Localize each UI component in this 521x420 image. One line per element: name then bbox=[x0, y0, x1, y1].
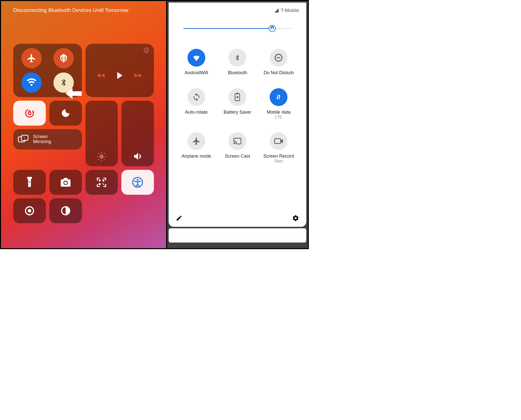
volume-icon bbox=[132, 151, 143, 162]
svg-rect-21 bbox=[103, 179, 104, 181]
cellular-toggle[interactable] bbox=[53, 48, 74, 68]
moon-icon bbox=[61, 108, 71, 118]
carrier-label: T-Mobile bbox=[281, 8, 299, 13]
svg-point-31 bbox=[271, 27, 273, 29]
wifi-toggle[interactable] bbox=[21, 72, 42, 93]
qs-mobile-data[interactable]: Mobile data LTE bbox=[258, 88, 299, 119]
rewind-button[interactable] bbox=[96, 72, 105, 79]
qr-icon bbox=[96, 177, 107, 188]
svg-line-16 bbox=[104, 153, 105, 154]
brightness-thumb-icon bbox=[269, 25, 276, 32]
cellular-icon bbox=[59, 53, 69, 63]
screen-mirroring-icon bbox=[18, 135, 29, 144]
pencil-icon bbox=[176, 215, 182, 221]
ios-toast: Disconnecting Bluetooth Devices Until To… bbox=[13, 7, 154, 13]
svg-rect-22 bbox=[99, 183, 100, 185]
qr-scanner-button[interactable] bbox=[85, 170, 118, 195]
svg-point-19 bbox=[64, 181, 67, 184]
rotate-icon bbox=[192, 93, 201, 101]
play-button[interactable] bbox=[116, 71, 123, 80]
svg-line-13 bbox=[98, 153, 99, 154]
camera-icon bbox=[60, 177, 71, 187]
qs-bluetooth[interactable]: Bluetooth bbox=[217, 49, 258, 76]
svg-point-37 bbox=[234, 143, 235, 144]
gear-icon bbox=[292, 215, 299, 222]
brightness-slider[interactable] bbox=[85, 101, 118, 166]
airplay-icon[interactable] bbox=[143, 47, 150, 54]
svg-rect-38 bbox=[275, 139, 281, 143]
do-not-disturb-toggle[interactable] bbox=[49, 101, 82, 126]
svg-rect-24 bbox=[104, 184, 105, 185]
wifi-icon bbox=[192, 53, 201, 63]
accessibility-button[interactable] bbox=[121, 170, 154, 195]
volume-slider[interactable] bbox=[121, 101, 154, 166]
data-icon bbox=[274, 93, 283, 101]
android-nav-bar bbox=[169, 228, 306, 243]
svg-rect-20 bbox=[99, 179, 100, 181]
screen-mirroring-button[interactable]: ScreenMirroring bbox=[13, 129, 82, 149]
media-controls-tile bbox=[85, 44, 154, 97]
flashlight-icon bbox=[26, 176, 33, 188]
status-bar: T-Mobile bbox=[176, 8, 299, 13]
svg-point-8 bbox=[99, 155, 104, 159]
screen-mirroring-label: ScreenMirroring bbox=[33, 134, 51, 144]
ios-control-center: Disconnecting Bluetooth Devices Until To… bbox=[0, 0, 167, 249]
accessibility-icon bbox=[132, 176, 143, 188]
svg-rect-7 bbox=[21, 135, 28, 140]
qs-screen-cast[interactable]: Screen Cast bbox=[217, 132, 258, 163]
qs-airplane[interactable]: Airplane mode bbox=[176, 132, 217, 163]
android-quick-settings: T-Mobile AndroidWifi Bluetooth D bbox=[167, 0, 309, 249]
svg-point-28 bbox=[28, 209, 31, 213]
annotation-arrow-left bbox=[65, 88, 82, 99]
camera-button[interactable] bbox=[49, 170, 82, 195]
svg-point-26 bbox=[137, 179, 139, 181]
svg-line-14 bbox=[104, 159, 105, 160]
rotation-lock-icon bbox=[24, 107, 35, 119]
cast-icon bbox=[233, 137, 242, 145]
forward-button[interactable] bbox=[134, 72, 143, 79]
qs-dnd[interactable]: Do Not Disturb bbox=[258, 49, 299, 76]
airplane-icon bbox=[26, 53, 37, 63]
svg-line-15 bbox=[98, 159, 99, 160]
signal-icon bbox=[274, 8, 279, 13]
qs-battery-saver[interactable]: Battery Saver bbox=[217, 88, 258, 119]
svg-point-4 bbox=[24, 108, 35, 118]
contrast-icon bbox=[60, 205, 71, 216]
svg-rect-23 bbox=[103, 183, 104, 184]
svg-point-17 bbox=[29, 182, 30, 183]
svg-rect-35 bbox=[237, 93, 239, 94]
brightness-icon bbox=[96, 152, 107, 162]
dark-mode-button[interactable] bbox=[49, 198, 82, 223]
qs-screen-record[interactable]: Screen Record Start bbox=[258, 132, 299, 163]
record-icon bbox=[24, 205, 35, 216]
screen-record-button[interactable] bbox=[13, 198, 46, 223]
settings-button[interactable] bbox=[292, 215, 299, 222]
svg-point-3 bbox=[145, 49, 148, 52]
qs-auto-rotate[interactable]: Auto-rotate bbox=[176, 88, 217, 119]
airplane-icon bbox=[192, 137, 201, 145]
airplane-mode-toggle[interactable] bbox=[21, 48, 42, 68]
bluetooth-icon bbox=[233, 54, 241, 62]
brightness-slider[interactable] bbox=[183, 23, 292, 34]
bluetooth-icon bbox=[59, 78, 68, 87]
flashlight-button[interactable] bbox=[13, 170, 46, 195]
dnd-icon bbox=[274, 53, 283, 62]
battery-icon bbox=[234, 93, 241, 101]
edit-button[interactable] bbox=[176, 215, 182, 221]
record-icon bbox=[274, 138, 283, 145]
orientation-lock-toggle[interactable] bbox=[13, 101, 46, 126]
svg-rect-5 bbox=[28, 112, 31, 115]
wifi-icon bbox=[26, 77, 37, 88]
qs-wifi[interactable]: AndroidWifi bbox=[176, 49, 217, 76]
